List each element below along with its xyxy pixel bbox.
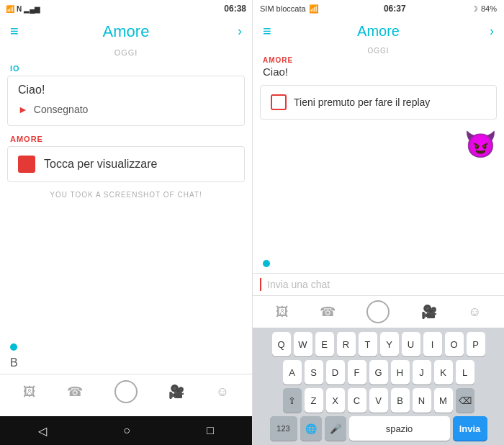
square-nav-icon[interactable]: □: [207, 424, 214, 437]
right-ciao-text: Ciao!: [263, 66, 494, 78]
key-r[interactable]: R: [337, 332, 356, 356]
right-action-bar: 🖼 ☎ 🎥 ☺: [253, 295, 504, 328]
phone-icon-right[interactable]: ☎: [320, 304, 336, 320]
key-a[interactable]: A: [283, 360, 302, 385]
sim-label: SIM bloccata: [260, 4, 306, 13]
key-t[interactable]: T: [359, 332, 377, 356]
snap-card[interactable]: Tocca per visualizzare: [7, 146, 245, 182]
delivery-text: Consegnato: [34, 104, 89, 115]
send-key[interactable]: Invia: [453, 416, 487, 441]
key-q[interactable]: Q: [272, 332, 291, 356]
key-c[interactable]: C: [348, 388, 366, 413]
key-z[interactable]: Z: [305, 388, 323, 413]
key-y[interactable]: Y: [380, 332, 399, 356]
typing-b-label: B: [10, 356, 252, 369]
keyboard: Q W E R T Y U I O P A S D F G H J K L ⇧ …: [253, 328, 504, 445]
key-j[interactable]: J: [413, 360, 431, 385]
message-card: Ciao! ► Consegnato: [7, 76, 245, 126]
video-icon-left[interactable]: 🎥: [168, 384, 184, 400]
keyboard-row-1: Q W E R T Y U I O P: [256, 332, 501, 356]
right-time: 06:37: [384, 4, 406, 14]
key-g[interactable]: G: [369, 360, 388, 385]
key-k[interactable]: K: [434, 360, 453, 385]
right-header: ≡ Amore ›: [253, 17, 504, 45]
right-status-right: ☽ 84%: [471, 4, 497, 14]
right-status-left: SIM bloccata 📶: [260, 4, 319, 14]
key-x[interactable]: X: [326, 388, 345, 413]
key-w[interactable]: W: [294, 332, 312, 356]
space-key[interactable]: spazio: [349, 416, 450, 441]
key-p[interactable]: P: [467, 332, 485, 356]
hamburger-menu-icon[interactable]: ≡: [10, 23, 19, 40]
left-status-bar: 📶 N ▂▄▆ 06:38: [0, 0, 252, 17]
key-u[interactable]: U: [402, 332, 420, 356]
gallery-icon-left[interactable]: 🖼: [23, 385, 36, 400]
right-status-bar: SIM bloccata 📶 06:37 ☽ 84%: [253, 0, 504, 17]
keyboard-row-2: A S D F G H J K L: [256, 360, 501, 385]
right-chevron-icon[interactable]: ›: [490, 24, 494, 39]
right-header-title: Amore: [357, 23, 400, 40]
snap-square-icon: [18, 156, 35, 173]
key-h[interactable]: H: [391, 360, 410, 385]
globe-key[interactable]: 🌐: [300, 416, 322, 441]
keyboard-row-4: 123 🌐 🎤 spazio Invia: [256, 416, 501, 441]
shutter-button-left[interactable]: [114, 380, 138, 403]
sender-amore-label: AMORE: [10, 135, 252, 143]
right-wifi-icon: 📶: [309, 4, 319, 14]
right-oggi-label: OGGI: [253, 47, 504, 55]
nfc-icon: N: [17, 5, 22, 13]
shift-key[interactable]: ⇧: [283, 388, 302, 413]
key-m[interactable]: M: [434, 388, 453, 413]
play-icon: ►: [18, 104, 28, 115]
backspace-key[interactable]: ⌫: [456, 388, 474, 413]
left-header-title: Amore: [103, 22, 150, 41]
replay-text: Tieni premuto per fare il replay: [294, 96, 430, 108]
left-bottom-area: B 🖼 ☎ 🎥 ☺: [0, 204, 252, 416]
battery-label: 84%: [481, 4, 497, 13]
chevron-right-icon[interactable]: ›: [238, 24, 242, 39]
back-nav-icon[interactable]: ◁: [38, 424, 47, 438]
replay-checkbox[interactable]: [271, 94, 287, 110]
right-hamburger-icon[interactable]: ≡: [263, 23, 271, 40]
smiley-icon-right[interactable]: ☺: [468, 305, 481, 320]
key-s[interactable]: S: [305, 360, 323, 385]
message-text: Ciao!: [18, 84, 234, 96]
nav-bar-left: ◁ ○ □: [0, 416, 252, 445]
gallery-icon-right[interactable]: 🖼: [276, 305, 289, 320]
moon-icon: ☽: [471, 4, 478, 14]
sender-io-label: IO: [10, 64, 252, 73]
key-l[interactable]: L: [456, 360, 474, 385]
key-123[interactable]: 123: [270, 416, 297, 441]
left-header: ≡ Amore ›: [0, 17, 252, 45]
key-d[interactable]: D: [326, 360, 345, 385]
key-n[interactable]: N: [413, 388, 431, 413]
left-action-bar: 🖼 ☎ 🎥 ☺: [0, 374, 252, 409]
screenshot-notice: YOU TOOK A SCREENSHOT OF CHAT!: [0, 191, 252, 199]
chat-input-placeholder: Invia una chat: [267, 279, 330, 290]
key-v[interactable]: V: [369, 388, 388, 413]
mic-key[interactable]: 🎤: [325, 416, 346, 441]
shutter-button-right[interactable]: [366, 300, 390, 323]
key-b[interactable]: B: [391, 388, 410, 413]
key-f[interactable]: F: [348, 360, 366, 385]
key-i[interactable]: I: [423, 332, 442, 356]
key-o[interactable]: O: [445, 332, 464, 356]
replay-card[interactable]: Tieni premuto per fare il replay: [260, 85, 497, 120]
snap-text: Tocca per visualizzare: [44, 158, 157, 171]
typing-dot-left: [10, 343, 17, 351]
key-e[interactable]: E: [315, 332, 334, 356]
left-status-icons-left: 📶 N ▂▄▆: [6, 5, 40, 13]
smiley-icon-left[interactable]: ☺: [216, 385, 229, 400]
wifi-icon: 📶: [6, 5, 14, 13]
signal-bars: ▂▄▆: [24, 5, 40, 13]
left-time: 06:38: [224, 4, 246, 14]
home-nav-icon[interactable]: ○: [123, 424, 130, 437]
keyboard-row-3: ⇧ Z X C V B N M ⌫: [256, 388, 501, 413]
left-panel: 📶 N ▂▄▆ 06:38 ≡ Amore › OGGI IO Ciao! ► …: [0, 0, 252, 445]
right-input-area[interactable]: Invia una chat: [253, 273, 504, 295]
video-icon-right[interactable]: 🎥: [421, 304, 437, 320]
phone-icon-left[interactable]: ☎: [67, 384, 83, 400]
oggi-label: OGGI: [0, 48, 252, 57]
right-amore-sender: AMORE: [263, 56, 504, 64]
chat-input-border: Invia una chat: [260, 278, 497, 291]
